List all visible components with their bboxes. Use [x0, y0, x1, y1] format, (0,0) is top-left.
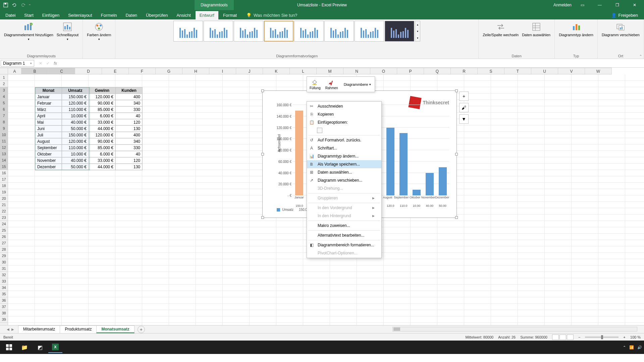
row-header[interactable]: 23	[0, 215, 8, 221]
row-header[interactable]: 20	[0, 195, 8, 202]
fill-button[interactable]: Füllung	[308, 78, 322, 90]
style-preset-4[interactable]	[264, 21, 293, 42]
chart-styles-brush-icon[interactable]: 🖌	[459, 103, 469, 112]
redo-icon[interactable]	[20, 2, 26, 8]
style-preset-1[interactable]	[173, 21, 203, 42]
close-icon[interactable]: ✕	[628, 0, 641, 10]
tray-chevron-icon[interactable]: ⌃	[623, 345, 626, 350]
context-menu-item[interactable]: ◧Diagrammbereich formatieren...	[307, 241, 381, 249]
row-header[interactable]: 36	[0, 297, 8, 304]
ribbon-display-options-icon[interactable]: ▭	[576, 0, 589, 10]
row-header[interactable]: 14	[0, 157, 8, 164]
row-header[interactable]: 35	[0, 291, 8, 297]
column-header[interactable]: B	[21, 68, 48, 74]
column-header[interactable]: L	[290, 68, 317, 74]
column-header[interactable]: H	[182, 68, 209, 74]
select-all-triangle[interactable]	[0, 68, 8, 74]
row-header[interactable]: 13	[0, 151, 8, 157]
style-preset-6[interactable]	[324, 21, 354, 42]
row-header[interactable]: 29	[0, 253, 8, 259]
tab-formulas[interactable]: Formeln	[97, 11, 121, 19]
row-header[interactable]: 27	[0, 240, 8, 246]
change-chart-type-button[interactable]: Diagrammtyp ändern	[557, 21, 595, 38]
row-header[interactable]: 19	[0, 189, 8, 195]
context-menu-item[interactable]: ASchriftart...	[307, 144, 381, 152]
task-view-icon[interactable]: ◩	[33, 342, 47, 353]
minimize-icon[interactable]: —	[593, 0, 606, 10]
context-menu-item[interactable]	[307, 126, 381, 134]
row-header[interactable]: 1	[0, 74, 8, 81]
zoom-level[interactable]: 100 %	[630, 335, 641, 339]
context-menu-item[interactable]: ↺Auf Formatvorl. zurücks.	[307, 136, 381, 144]
row-header[interactable]: 10	[0, 132, 8, 138]
row-header[interactable]: 15	[0, 164, 8, 170]
row-header[interactable]: 6	[0, 106, 8, 113]
tab-format[interactable]: Format	[219, 11, 241, 19]
context-menu-item[interactable]: ⎘Kopieren	[307, 110, 381, 118]
row-header[interactable]: 11	[0, 138, 8, 144]
row-header[interactable]: 2	[0, 81, 8, 87]
column-header[interactable]: C	[48, 68, 75, 74]
tab-data[interactable]: Daten	[121, 11, 141, 19]
row-header[interactable]: 31	[0, 265, 8, 272]
styles-more-button[interactable]: ▴▾▾	[415, 21, 420, 42]
row-header[interactable]: 26	[0, 234, 8, 240]
tab-design[interactable]: Entwurf	[196, 11, 218, 19]
column-header[interactable]: I	[209, 68, 236, 74]
column-header[interactable]: S	[478, 68, 504, 74]
share-button[interactable]: 👤Freigeben	[606, 11, 643, 19]
sheet-tab[interactable]: Produktumsatz	[60, 325, 97, 333]
excel-taskbar-icon[interactable]: X	[48, 342, 62, 353]
row-header[interactable]: 24	[0, 221, 8, 227]
row-header[interactable]: 39	[0, 316, 8, 323]
zoom-slider[interactable]	[585, 337, 619, 338]
style-preset-7[interactable]	[355, 21, 384, 42]
add-sheet-button[interactable]: +	[138, 326, 145, 333]
row-header[interactable]: 12	[0, 144, 8, 151]
row-header[interactable]: 21	[0, 202, 8, 208]
save-icon[interactable]	[3, 2, 9, 8]
quick-layout-button[interactable]: Schnelllayout▾	[55, 21, 80, 42]
row-header[interactable]: 32	[0, 272, 8, 278]
network-icon[interactable]: 📶	[629, 345, 634, 350]
move-chart-button[interactable]: Diagramm verschieben	[600, 21, 641, 38]
formula-input[interactable]	[61, 60, 644, 66]
row-header[interactable]: 25	[0, 227, 8, 234]
context-menu-item[interactable]: 📋Einfügeoptionen:	[307, 118, 381, 126]
context-menu-item[interactable]: ↗Diagramm verschieben...	[307, 176, 381, 184]
name-box[interactable]: Diagramm 1▾	[1, 60, 34, 67]
column-header[interactable]: J	[236, 68, 263, 74]
context-menu-item[interactable]: ✂Ausschneiden	[307, 102, 381, 110]
column-header[interactable]: A	[8, 68, 21, 74]
tab-pagelayout[interactable]: Seitenlayout	[64, 11, 96, 19]
row-header[interactable]: 18	[0, 183, 8, 189]
column-header[interactable]: R	[451, 68, 478, 74]
enter-formula-icon[interactable]: ✓	[45, 61, 51, 66]
style-preset-5[interactable]	[294, 21, 324, 42]
column-header[interactable]: U	[531, 68, 558, 74]
row-header[interactable]: 7	[0, 113, 8, 119]
column-header[interactable]: K	[263, 68, 290, 74]
page-break-view-icon[interactable]	[567, 335, 574, 340]
column-header[interactable]: P	[397, 68, 424, 74]
sign-in-link[interactable]: Anmelden	[553, 3, 572, 7]
column-header[interactable]: Q	[424, 68, 451, 74]
row-header[interactable]: 28	[0, 246, 8, 253]
column-header[interactable]: W	[585, 68, 612, 74]
context-menu-item[interactable]: ⊞Daten auswählen...	[307, 168, 381, 176]
cancel-formula-icon[interactable]: ✕	[38, 61, 44, 66]
context-menu-item[interactable]: Makro zuweisen...	[307, 222, 381, 230]
tab-file[interactable]: Datei	[1, 11, 19, 19]
start-menu-icon[interactable]	[2, 342, 16, 353]
sheet-tab[interactable]: Monatsumsatz	[96, 325, 134, 333]
sheet-nav-prev-icon[interactable]: ◀	[7, 327, 9, 331]
row-header[interactable]: 4	[0, 94, 8, 100]
column-header[interactable]: F	[129, 68, 156, 74]
sheet-tab[interactable]: Mitarbeiterumsatz	[18, 325, 60, 333]
switch-row-col-button[interactable]: Zeile/Spalte wechseln	[481, 21, 520, 38]
style-preset-3[interactable]	[234, 21, 263, 42]
column-header[interactable]: G	[156, 68, 182, 74]
sheet-nav-next-icon[interactable]: ▶	[11, 327, 14, 331]
collapse-ribbon-icon[interactable]: ⌃	[639, 54, 642, 58]
file-explorer-icon[interactable]: 📁	[17, 342, 32, 353]
